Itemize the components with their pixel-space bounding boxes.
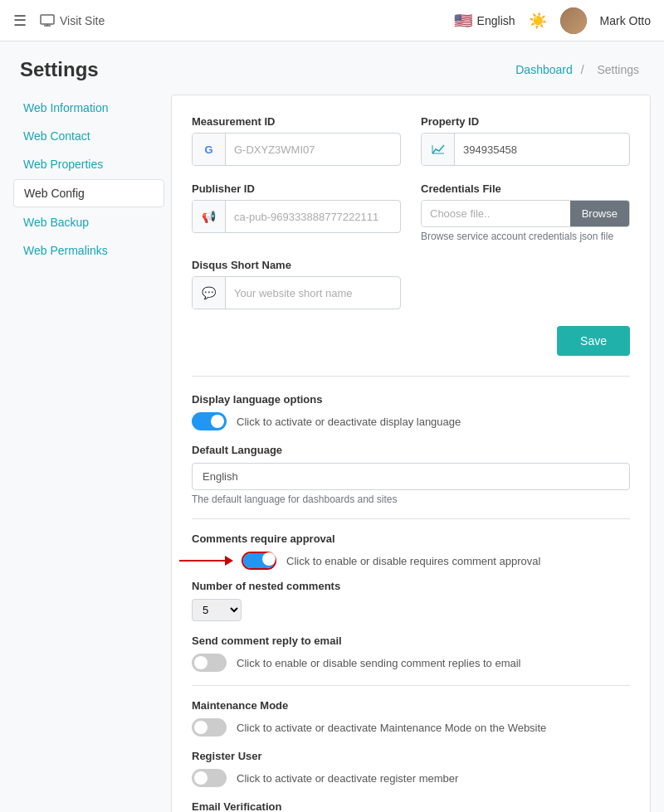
disqus-row: Disqus Short Name 💬 (192, 259, 630, 309)
megaphone-icon: 📢 (193, 201, 226, 232)
register-user-toggle[interactable] (192, 769, 227, 787)
display-language-toggle[interactable] (192, 412, 227, 430)
chart-icon (422, 134, 455, 165)
breadcrumb-current: Settings (597, 63, 639, 76)
email-verification-section: Email Verification Click to activate or … (192, 800, 630, 812)
register-user-toggle-row: Click to activate or deactivate register… (192, 769, 630, 787)
measurement-id-input-wrapper: G (192, 133, 401, 166)
maintenance-slider (192, 718, 227, 737)
nested-count-row: 1 2 3 4 5 6 (192, 599, 630, 621)
reply-email-toggle-row: Click to enable or disable sending comme… (192, 654, 630, 672)
display-language-section: Display language options Click to activa… (192, 393, 630, 430)
sidebar-item-web-permalinks[interactable]: Web Permalinks (13, 237, 164, 264)
measurement-id-input[interactable] (226, 137, 400, 163)
google-icon: G (193, 134, 226, 165)
save-row: Save (192, 326, 630, 356)
disqus-label: Disqus Short Name (192, 259, 401, 271)
comments-approval-slider (243, 553, 275, 568)
property-id-input[interactable] (455, 137, 629, 163)
navbar: ☰ Visit Site 🇺🇸 English ☀️ Mark Otto (0, 0, 664, 41)
sidebar-item-web-backup[interactable]: Web Backup (13, 209, 164, 236)
nested-count-select[interactable]: 1 2 3 4 5 6 (192, 599, 242, 621)
flag-icon: 🇺🇸 (454, 12, 472, 30)
default-language-section: Default Language English French Spanish … (192, 444, 630, 505)
page-header: Settings Dashboard / Settings (0, 41, 664, 95)
breadcrumb-separator: / (581, 63, 584, 76)
property-id-input-wrapper (421, 133, 630, 166)
main-layout: Web Information Web Contact Web Properti… (0, 95, 664, 812)
comments-require-approval-label: Comments require approval (192, 532, 630, 545)
svg-rect-0 (41, 15, 54, 24)
publisher-id-group: Publisher ID 📢 (192, 182, 401, 242)
measurement-property-row: Measurement ID G Property ID (192, 115, 630, 166)
sidebar-item-web-properties[interactable]: Web Properties (13, 151, 164, 177)
toggle-circle-container (242, 552, 276, 570)
sidebar-item-web-information[interactable]: Web Information (13, 95, 164, 121)
user-name-label: Mark Otto (600, 14, 651, 27)
disqus-input[interactable] (226, 280, 400, 306)
settings-content: Measurement ID G Property ID (171, 95, 651, 812)
hamburger-icon[interactable]: ☰ (13, 12, 27, 30)
maintenance-toggle-label: Click to activate or deactivate Maintena… (237, 722, 546, 734)
visit-site-link[interactable]: Visit Site (40, 14, 105, 27)
publisher-id-input-wrapper: 📢 (192, 200, 401, 233)
register-user-toggle-label: Click to activate or deactivate register… (237, 772, 458, 785)
browse-button[interactable]: Browse (570, 201, 629, 226)
theme-toggle-icon[interactable]: ☀️ (529, 12, 547, 30)
breadcrumb-dashboard[interactable]: Dashboard (515, 63, 573, 76)
credentials-file-group: Credentials File Choose file.. Browse Br… (421, 182, 630, 242)
reply-email-label: Send comment reply to email (192, 635, 630, 647)
red-arrow-annotation (179, 556, 233, 566)
comment-icon: 💬 (193, 277, 226, 309)
property-id-group: Property ID (421, 115, 630, 166)
default-language-label: Default Language (192, 444, 630, 456)
register-user-slider (192, 769, 227, 787)
publisher-id-label: Publisher ID (192, 182, 401, 195)
publisher-id-input[interactable] (226, 204, 400, 230)
sidebar-item-web-contact[interactable]: Web Contact (13, 123, 164, 149)
credentials-file-placeholder: Choose file.. (422, 201, 570, 226)
monitor-icon (40, 14, 55, 27)
navbar-right: 🇺🇸 English ☀️ Mark Otto (454, 7, 651, 34)
credentials-hint: Browse service account credentials json … (421, 231, 630, 242)
sidebar: Web Information Web Contact Web Properti… (13, 95, 171, 812)
maintenance-toggle-row: Click to activate or deactivate Maintena… (192, 718, 630, 737)
reply-email-slider (192, 654, 227, 672)
visit-site-label: Visit Site (60, 14, 105, 27)
maintenance-label: Maintenance Mode (192, 699, 630, 712)
measurement-id-group: Measurement ID G (192, 115, 401, 166)
page-title: Settings (20, 58, 99, 81)
property-id-label: Property ID (421, 115, 630, 128)
comments-approval-toggle[interactable] (242, 552, 276, 570)
maintenance-section: Maintenance Mode Click to activate or de… (192, 699, 630, 737)
language-selector[interactable]: 🇺🇸 English (454, 12, 515, 30)
reply-email-toggle[interactable] (192, 654, 227, 672)
credentials-file-input-wrapper: Choose file.. Browse (421, 200, 630, 227)
email-verification-label: Email Verification (192, 800, 630, 812)
arrow-head (225, 556, 233, 566)
breadcrumb: Dashboard / Settings (515, 63, 644, 76)
nested-comments-label: Number of nested comments (192, 580, 630, 592)
publisher-credentials-row: Publisher ID 📢 Credentials File Choose f… (192, 182, 630, 242)
arrow-line (179, 560, 225, 562)
avatar-image (560, 7, 587, 34)
display-language-slider (192, 412, 227, 430)
comments-section: Comments require approval Click to enabl… (192, 532, 630, 672)
display-language-toggle-label: Click to activate or deactivate display … (237, 416, 461, 428)
display-language-toggle-row: Click to activate or deactivate display … (192, 412, 630, 430)
default-language-select[interactable]: English French Spanish German (192, 463, 630, 490)
divider-2 (192, 518, 630, 519)
disqus-input-wrapper: 💬 (192, 276, 401, 309)
disqus-placeholder-group (421, 259, 630, 309)
save-button[interactable]: Save (557, 326, 630, 356)
sidebar-item-web-config[interactable]: Web Config (13, 179, 164, 207)
divider-1 (192, 376, 630, 377)
user-avatar[interactable] (560, 7, 587, 34)
reply-email-toggle-label: Click to enable or disable sending comme… (237, 657, 521, 669)
maintenance-toggle[interactable] (192, 718, 227, 737)
divider-3 (192, 685, 630, 686)
disqus-group: Disqus Short Name 💬 (192, 259, 401, 309)
comments-approval-toggle-row: Click to enable or disable requires comm… (242, 552, 630, 570)
navbar-left: ☰ Visit Site (13, 12, 105, 30)
language-label: English (477, 14, 515, 27)
